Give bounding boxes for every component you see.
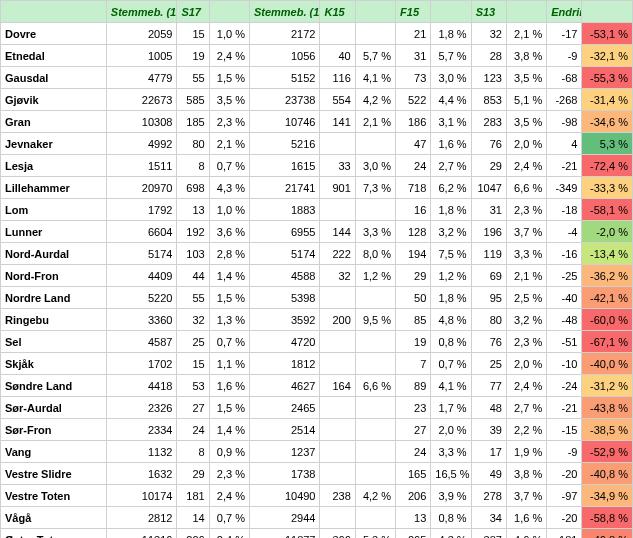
cell: 4 xyxy=(547,133,582,155)
cell: 2172 xyxy=(249,23,320,45)
cell: 55 xyxy=(177,67,209,89)
cell: -40 xyxy=(547,287,582,309)
cell: -72,4 % xyxy=(582,155,633,177)
cell: 1,6 % xyxy=(209,375,249,397)
cell: 5216 xyxy=(249,133,320,155)
cell xyxy=(355,419,395,441)
cell: 1,0 % xyxy=(209,199,249,221)
cell: 25 xyxy=(177,331,209,353)
cell: 103 xyxy=(177,243,209,265)
row-label: Lunner xyxy=(1,221,107,243)
cell: 80 xyxy=(177,133,209,155)
cell: 3,0 % xyxy=(431,67,471,89)
cell: 10490 xyxy=(249,485,320,507)
table-row: Lillehammer209706984,3 %217419017,3 %718… xyxy=(1,177,633,199)
cell: 5152 xyxy=(249,67,320,89)
cell xyxy=(355,507,395,529)
cell: 2,2 % xyxy=(506,419,546,441)
cell: 28 xyxy=(471,45,506,67)
cell: -20 xyxy=(547,463,582,485)
cell: 1883 xyxy=(249,199,320,221)
col-header-5: K15 xyxy=(320,1,355,23)
table-row: Vang113280,9 %1237243,3 %171,9 %-9-52,9 … xyxy=(1,441,633,463)
cell: 32 xyxy=(177,309,209,331)
row-label: Lom xyxy=(1,199,107,221)
cell: 2,4 % xyxy=(209,45,249,67)
cell: 15 xyxy=(177,353,209,375)
cell: 123 xyxy=(471,67,506,89)
cell: -34,9 % xyxy=(582,485,633,507)
cell: 1132 xyxy=(106,441,177,463)
cell xyxy=(320,441,355,463)
cell: -2,0 % xyxy=(582,221,633,243)
cell: 4,3 % xyxy=(431,529,471,539)
cell: 24 xyxy=(396,155,431,177)
cell: 5174 xyxy=(106,243,177,265)
cell: 1,5 % xyxy=(209,287,249,309)
cell: 4,6 % xyxy=(506,529,546,539)
cell: 11877 xyxy=(249,529,320,539)
row-label: Dovre xyxy=(1,23,107,45)
cell: 17 xyxy=(471,441,506,463)
cell: 278 xyxy=(471,485,506,507)
cell: 20970 xyxy=(106,177,177,199)
cell: 119 xyxy=(471,243,506,265)
col-header-0 xyxy=(1,1,107,23)
cell: 2,4 % xyxy=(506,375,546,397)
cell: -268 xyxy=(547,89,582,111)
cell: 5398 xyxy=(249,287,320,309)
cell: 8 xyxy=(177,155,209,177)
cell: 2,1 % xyxy=(506,23,546,45)
cell: 2,4 % xyxy=(209,529,249,539)
table-row: Gran103081852,3 %107461412,1 %1863,1 %28… xyxy=(1,111,633,133)
cell: 4627 xyxy=(249,375,320,397)
cell: 2,7 % xyxy=(506,397,546,419)
cell: 4409 xyxy=(106,265,177,287)
cell: 206 xyxy=(177,529,209,539)
table-row: Lom1792131,0 %1883161,8 %312,3 %-18-58,1… xyxy=(1,199,633,221)
cell: 53 xyxy=(177,375,209,397)
cell: 13 xyxy=(396,507,431,529)
cell: -52,9 % xyxy=(582,441,633,463)
cell: 29 xyxy=(396,265,431,287)
cell: -9 xyxy=(547,441,582,463)
cell: 11316 xyxy=(106,529,177,539)
cell: 0,7 % xyxy=(431,353,471,375)
cell: 1,5 % xyxy=(209,67,249,89)
cell: -60,0 % xyxy=(582,309,633,331)
cell: 283 xyxy=(471,111,506,133)
cell: 2059 xyxy=(106,23,177,45)
cell: 3,7 % xyxy=(506,485,546,507)
cell: 4587 xyxy=(106,331,177,353)
cell: 73 xyxy=(396,67,431,89)
cell: 2326 xyxy=(106,397,177,419)
cell: -18 xyxy=(547,199,582,221)
cell: 8 xyxy=(177,441,209,463)
cell: 3,2 % xyxy=(431,221,471,243)
cell: 1047 xyxy=(471,177,506,199)
cell: -4 xyxy=(547,221,582,243)
cell: 39 xyxy=(471,419,506,441)
table-row: Lunner66041923,6 %69551443,3 %1283,2 %19… xyxy=(1,221,633,243)
cell: 14 xyxy=(177,507,209,529)
cell: 192 xyxy=(177,221,209,243)
cell: 1,2 % xyxy=(355,265,395,287)
col-header-4: Stemmeb. (15 xyxy=(249,1,320,23)
col-header-8 xyxy=(431,1,471,23)
cell: 1,9 % xyxy=(506,441,546,463)
cell: 3,5 % xyxy=(209,89,249,111)
cell: 40 xyxy=(320,45,355,67)
cell: 6,2 % xyxy=(431,177,471,199)
cell: 1,5 % xyxy=(209,397,249,419)
cell: 21 xyxy=(396,23,431,45)
cell: 2,1 % xyxy=(355,111,395,133)
cell: 1,4 % xyxy=(209,265,249,287)
cell: -21 xyxy=(547,155,582,177)
cell: 27 xyxy=(177,397,209,419)
cell: 585 xyxy=(177,89,209,111)
cell: -33,3 % xyxy=(582,177,633,199)
cell: 23 xyxy=(396,397,431,419)
cell: 6604 xyxy=(106,221,177,243)
cell: 3,3 % xyxy=(506,243,546,265)
cell: -43,8 % xyxy=(582,397,633,419)
